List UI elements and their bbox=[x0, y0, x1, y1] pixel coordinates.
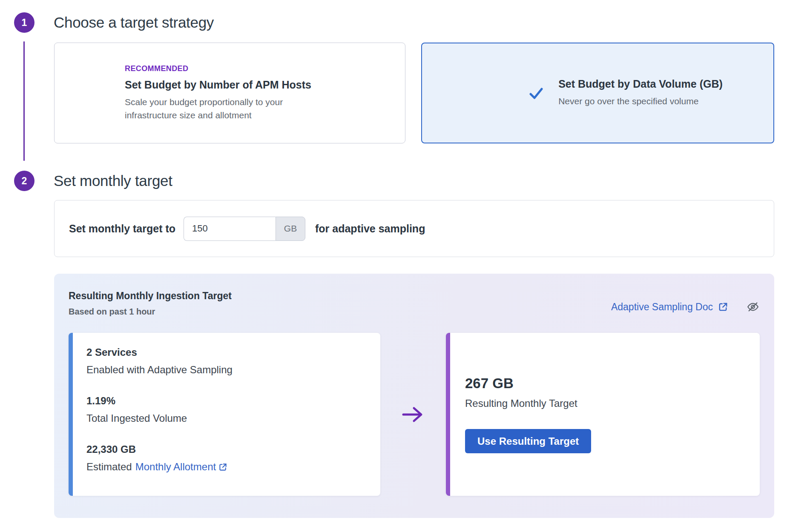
allotment-label-prefix: Estimated bbox=[86, 461, 132, 473]
adaptive-sampling-doc-link[interactable]: Adaptive Sampling Doc bbox=[611, 301, 728, 313]
eye-off-icon bbox=[747, 300, 759, 313]
external-link-icon bbox=[218, 463, 227, 472]
results-panel-header-left: Resulting Monthly Ingestion Target Based… bbox=[69, 290, 232, 317]
external-link-icon bbox=[718, 302, 728, 312]
results-panel-header-right: Adaptive Sampling Doc bbox=[611, 300, 760, 314]
strategy-card-apm-hosts[interactable]: RECOMMENDED Set Budget by Number of APM … bbox=[54, 43, 405, 143]
ingested-volume-value: 1.19% bbox=[86, 395, 380, 407]
monthly-allotment-link-label: Monthly Allotment bbox=[135, 461, 216, 473]
arrow-right-icon bbox=[402, 406, 424, 423]
allotment-stat: 22,330 GB Estimated Monthly Allotment bbox=[86, 443, 380, 473]
target-value-input[interactable] bbox=[184, 217, 276, 241]
results-panel-subtitle: Based on past 1 hour bbox=[69, 307, 232, 317]
monthly-allotment-link[interactable]: Monthly Allotment bbox=[135, 461, 227, 473]
results-panel: Resulting Monthly Ingestion Target Based… bbox=[54, 274, 774, 518]
step-2-header: 2 Set monthly target bbox=[14, 171, 810, 191]
data-volume-card-text: Set Budget by Data Volume (GB) Never go … bbox=[558, 78, 723, 108]
target-label-before: Set monthly target to bbox=[69, 223, 175, 235]
services-stat: 2 Services Enabled with Adaptive Samplin… bbox=[86, 346, 380, 376]
resulting-target-card: 267 GB Resulting Monthly Target Use Resu… bbox=[446, 333, 760, 496]
allotment-label: Estimated Monthly Allotment bbox=[86, 461, 380, 473]
allotment-value: 22,330 GB bbox=[86, 443, 380, 456]
results-panel-header: Resulting Monthly Ingestion Target Based… bbox=[69, 290, 760, 317]
step-connector-line bbox=[23, 41, 25, 161]
results-panel-title: Resulting Monthly Ingestion Target bbox=[69, 290, 232, 302]
apm-hosts-card-title: Set Budget by Number of APM Hosts bbox=[125, 79, 405, 91]
target-unit-addon: GB bbox=[276, 217, 305, 241]
services-value: 2 Services bbox=[86, 346, 380, 359]
step-1-header: 1 Choose a target strategy bbox=[14, 12, 810, 33]
resulting-target-value: 267 GB bbox=[465, 375, 760, 392]
strategy-card-row: RECOMMENDED Set Budget by Number of APM … bbox=[54, 43, 810, 143]
step-2-number-badge: 2 bbox=[14, 171, 34, 191]
step-1-title: Choose a target strategy bbox=[54, 14, 214, 31]
step-1-number-badge: 1 bbox=[14, 12, 34, 33]
flow-arrow-wrap bbox=[380, 333, 446, 496]
step-2-title: Set monthly target bbox=[54, 172, 172, 189]
current-usage-card: 2 Services Enabled with Adaptive Samplin… bbox=[69, 333, 380, 496]
check-icon bbox=[529, 86, 544, 101]
data-volume-card-title: Set Budget by Data Volume (GB) bbox=[558, 78, 723, 90]
target-input-group: GB bbox=[184, 217, 305, 241]
services-label: Enabled with Adaptive Sampling bbox=[86, 364, 380, 376]
monthly-target-card: Set monthly target to GB for adaptive sa… bbox=[54, 200, 774, 257]
results-panel-cards: 2 Services Enabled with Adaptive Samplin… bbox=[69, 333, 760, 496]
data-volume-card-description: Never go over the specified volume bbox=[558, 95, 723, 108]
recommended-badge: RECOMMENDED bbox=[125, 64, 405, 73]
resulting-target-label: Resulting Monthly Target bbox=[465, 398, 760, 409]
adaptive-sampling-doc-link-label: Adaptive Sampling Doc bbox=[611, 301, 713, 313]
use-resulting-target-button[interactable]: Use Resulting Target bbox=[465, 429, 591, 453]
ingested-volume-stat: 1.19% Total Ingested Volume bbox=[86, 395, 380, 424]
strategy-card-data-volume[interactable]: Set Budget by Data Volume (GB) Never go … bbox=[421, 43, 774, 143]
adaptive-sampling-setup-page: 1 Choose a target strategy RECOMMENDED S… bbox=[0, 0, 810, 532]
apm-hosts-card-description: Scale your budget proportionally to your… bbox=[125, 96, 325, 122]
ingested-volume-label: Total Ingested Volume bbox=[86, 412, 380, 424]
target-label-after: for adaptive sampling bbox=[315, 223, 425, 235]
hide-panel-button[interactable] bbox=[746, 300, 760, 314]
